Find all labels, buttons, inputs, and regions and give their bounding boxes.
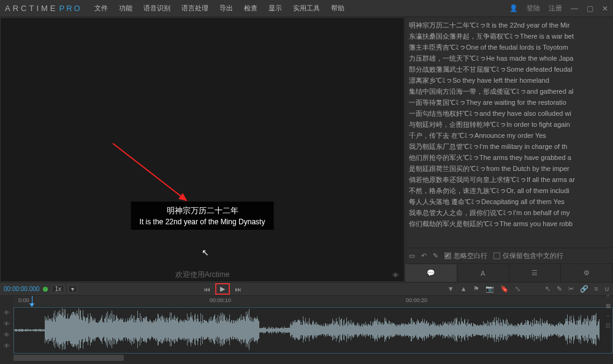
menu-file[interactable]: 文件 <box>94 4 108 13</box>
menu-check[interactable]: 检查 <box>244 4 257 13</box>
subtitle-line-1: 明神宗万历二十二年 <box>140 205 265 216</box>
login-link[interactable]: 登陆 <box>527 4 540 13</box>
bookmark-icon[interactable]: 🔖 <box>500 285 509 293</box>
next-frame-icon[interactable]: ⏭ <box>235 286 242 293</box>
script-line[interactable]: 你们截劫的军火是朝廷的℃ﾐっThe arms you have robb <box>409 218 609 229</box>
script-line[interactable]: 明神宗万历二十二年℃ﾐっIt is the 22nd year of the M… <box>409 20 609 31</box>
keep-chinese-checkbox[interactable]: 仅保留包含中文的行 <box>493 251 563 260</box>
svg-line-0 <box>113 143 186 200</box>
collapse-icon[interactable]: ⤡ <box>515 285 520 293</box>
tab-chat[interactable]: 💬 <box>405 264 457 282</box>
script-line[interactable]: 与朝廷对峙，企图扭转乾坤℃ﾐっIn order to fight again <box>409 119 609 130</box>
zoom-fit-icon[interactable]: ⊡ <box>606 322 611 328</box>
app-logo: ARCTIME PRO <box>5 4 82 13</box>
align-tool-icon[interactable]: ≡ <box>595 285 598 293</box>
pointer-tool-icon[interactable]: ↖ <box>545 285 550 293</box>
script-line[interactable]: 是朝廷跟荷兰国买的℃ﾐっfrom the Dutch by the imper <box>409 163 609 174</box>
ignore-blank-checkbox[interactable]: 忽略空白行 <box>444 251 487 260</box>
menu-help[interactable]: 帮助 <box>331 4 345 13</box>
script-line[interactable]: 漂离家乡℃ﾐっSo they have left their homeland <box>409 75 609 86</box>
script-line[interactable]: 我乃朝廷东厂总管℃ﾐっI'm the military in charge of… <box>409 141 609 152</box>
script-line[interactable]: 藩主丰臣秀吉℃ﾐっOne of the feudal lords is Toyo… <box>409 42 609 53</box>
speed-dropdown-icon[interactable]: ▾ <box>68 285 77 293</box>
menu-export[interactable]: 导出 <box>219 4 233 13</box>
zoom-level-icon[interactable]: ▦ <box>606 303 611 309</box>
keep-chinese-label: 仅保留包含中文的行 <box>503 251 563 260</box>
ruler-tick: 0:00 <box>18 297 29 303</box>
ignore-blank-label: 忽略空白行 <box>454 251 487 260</box>
script-line[interactable]: 集结中国南方沿海一带，形成倭寇℃ﾐっand gathered al <box>409 86 609 97</box>
tab-settings[interactable]: ⚙ <box>561 264 613 282</box>
script-line[interactable]: 不然，格杀勿论，诛连九族℃ﾐっOr, all of them includi <box>409 185 609 196</box>
camera-icon[interactable]: 📷 <box>485 285 494 293</box>
subtitle-overlay: 明神宗万历二十二年 It is the 22nd year of the Min… <box>131 202 274 230</box>
side-tabs: 💬 A ☰ ⚙ <box>405 264 613 282</box>
script-line[interactable]: 一面等待复国℃ﾐっThey are waiting for the restor… <box>409 97 609 108</box>
menu-tools[interactable]: 实用工具 <box>293 4 320 13</box>
menu-speech[interactable]: 语音识别 <box>143 4 170 13</box>
script-line[interactable]: 倘若他原数奉还我尚可向皇上求情℃ﾐっIf all the arms ar <box>409 174 609 185</box>
script-line[interactable]: 他们所抢夺的军火℃ﾐっThe arms they have grabbed a <box>409 152 609 163</box>
play-button[interactable]: ▶ <box>215 283 230 295</box>
menu-display[interactable]: 显示 <box>268 4 282 13</box>
video-preview[interactable]: 明神宗万历二十二年 It is the 22nd year of the Min… <box>0 17 405 282</box>
close-icon[interactable]: ✕ <box>602 4 608 13</box>
marker-up-icon[interactable]: ▲ <box>460 285 467 293</box>
visibility-toggle-icon[interactable]: 👁 <box>392 271 399 279</box>
edit-icon[interactable]: ✎ <box>433 252 438 260</box>
transport-bar: 00:00:00.000 1x ▾ ⏮ ▶ ⏭ ▼ ▲ ⚑ 📷 🔖 ⤡ ↖ ✎ … <box>0 282 613 295</box>
cursor-icon: ↖ <box>202 248 209 257</box>
script-line[interactable]: 每人人头落地 遵命℃ﾐっDecapitating all of them Yes <box>409 196 609 207</box>
track-eye-icon[interactable]: 👁 <box>0 340 13 351</box>
script-line[interactable]: 我奉总管大人之命，跟你们说℃ﾐっI'm on behalf of my <box>409 207 609 218</box>
record-indicator-icon <box>43 287 48 292</box>
time-ruler[interactable]: 0:0000:00:1000:00:20 <box>13 296 613 307</box>
script-line[interactable]: 一面勾结当地权奸℃ﾐっand they have also colluded w… <box>409 108 609 119</box>
checkbox-icon <box>493 252 500 259</box>
prev-frame-icon[interactable]: ⏮ <box>204 286 210 293</box>
import-script-icon[interactable]: ▭ <box>409 252 415 260</box>
scrollbar-thumb[interactable] <box>13 355 124 361</box>
cut-tool-icon[interactable]: ✂ <box>568 285 574 293</box>
register-link[interactable]: 注册 <box>549 4 562 13</box>
script-list[interactable]: 明神宗万历二十二年℃ﾐっIt is the 22nd year of the M… <box>405 17 613 248</box>
tab-list[interactable]: ☰ <box>509 264 562 282</box>
main-menu: 文件 功能 语音识别 语言处理 导出 检查 显示 实用工具 帮助 <box>94 4 345 13</box>
track-eye-icon[interactable]: 👁 <box>0 307 13 318</box>
ruler-tick: 00:00:10 <box>210 297 231 303</box>
zoom-out-icon[interactable]: − <box>606 313 609 319</box>
logo-text-1: ARCTIME <box>5 4 58 13</box>
user-icon[interactable]: 👤 <box>509 4 518 12</box>
timecode-display: 00:00:00.000 <box>4 286 39 292</box>
script-line[interactable]: 部分战败藩属武士不甘屈服℃ﾐっSome defeated feudal <box>409 64 609 75</box>
subtitle-line-2: It is the 22nd year of the Ming Dynasty <box>140 218 265 226</box>
playhead[interactable] <box>32 296 32 306</box>
magnet-tool-icon[interactable]: ∪ <box>604 285 609 293</box>
script-line[interactable]: 东瀛扶桑国众藩并起，互争霸权℃ﾐっThere is a war bet <box>409 31 609 42</box>
undo-icon[interactable]: ↶ <box>421 252 427 260</box>
track-eye-icon[interactable]: 👁 <box>0 329 13 340</box>
audio-waveform-track[interactable] <box>13 307 613 354</box>
vertical-zoom-tools: + ▦ − ⊡ <box>603 293 613 328</box>
flag-icon[interactable]: ⚑ <box>473 285 479 293</box>
edit-tool-icon[interactable]: ✎ <box>557 285 562 293</box>
menu-language[interactable]: 语言处理 <box>181 4 208 13</box>
topbar-right: 👤 登陆 注册 — ▢ ✕ <box>509 4 608 13</box>
link-tool-icon[interactable]: 🔗 <box>580 285 588 293</box>
speed-selector[interactable]: 1x <box>51 285 64 293</box>
script-line[interactable]: 力压群雄，一统天下℃ﾐっHe has made the whole Japa <box>409 53 609 64</box>
waveform-display <box>14 308 612 353</box>
marker-down-icon[interactable]: ▼ <box>447 285 454 293</box>
tab-font[interactable]: A <box>457 264 509 282</box>
main-area: 明神宗万历二十二年 It is the 22nd year of the Min… <box>0 17 613 282</box>
timeline-scrollbar[interactable] <box>13 354 613 361</box>
maximize-icon[interactable]: ▢ <box>587 4 593 13</box>
track-eye-icon[interactable]: 👁 <box>0 318 13 329</box>
welcome-text: 欢迎使用Arctime <box>175 270 230 280</box>
script-line[interactable]: 千户，传下去 在℃ﾐっAnnounce my order Yes <box>409 130 609 141</box>
script-panel: 明神宗万历二十二年℃ﾐっIt is the 22nd year of the M… <box>405 17 613 282</box>
menu-function[interactable]: 功能 <box>119 4 132 13</box>
minimize-icon[interactable]: — <box>571 4 578 13</box>
ruler-tick: 00:00:20 <box>406 297 427 303</box>
zoom-in-icon[interactable]: + <box>606 293 609 299</box>
